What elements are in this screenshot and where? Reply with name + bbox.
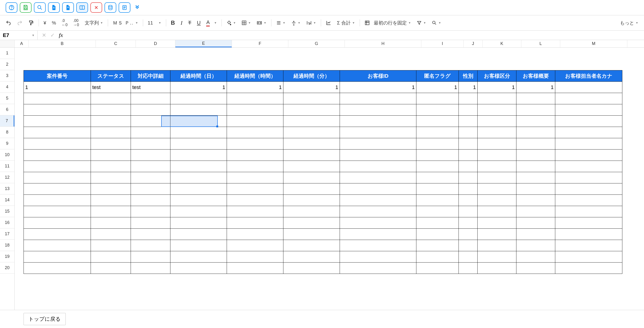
- table-cell[interactable]: [340, 116, 416, 127]
- table-cell[interactable]: 1: [416, 82, 459, 93]
- table-header[interactable]: お客様区分: [478, 70, 516, 82]
- table-cell[interactable]: [170, 206, 227, 217]
- row-header-10[interactable]: 10: [0, 149, 14, 160]
- table-cell[interactable]: [24, 251, 91, 262]
- borders-button[interactable]: ▼: [239, 18, 253, 27]
- table-cell[interactable]: [131, 116, 170, 127]
- redo-button[interactable]: [14, 18, 25, 27]
- table-cell[interactable]: [24, 116, 91, 127]
- row-header-7[interactable]: 7: [0, 116, 14, 127]
- table-cell[interactable]: [284, 184, 340, 195]
- table-cell[interactable]: [227, 251, 284, 262]
- table-cell[interactable]: [459, 240, 478, 251]
- table-cell[interactable]: [170, 262, 227, 274]
- table-header[interactable]: 性別: [459, 70, 478, 82]
- font-family-dropdown[interactable]: ＭＳ Ｐ... ▼: [110, 18, 140, 28]
- table-cell[interactable]: [478, 240, 516, 251]
- table-cell[interactable]: [24, 161, 91, 172]
- table-cell[interactable]: [170, 138, 227, 150]
- table-cell[interactable]: [91, 93, 131, 104]
- table-cell[interactable]: [227, 93, 284, 104]
- table-cell[interactable]: [555, 104, 622, 116]
- table-cell[interactable]: [516, 262, 555, 274]
- table-cell[interactable]: [340, 251, 416, 262]
- table-cell[interactable]: [340, 240, 416, 251]
- currency-yen-button[interactable]: ¥: [41, 18, 48, 27]
- table-cell[interactable]: [170, 127, 227, 138]
- database-button[interactable]: [104, 2, 116, 13]
- table-cell[interactable]: [340, 150, 416, 161]
- row-header-4[interactable]: 4: [0, 82, 14, 93]
- table-cell[interactable]: [478, 184, 516, 195]
- column-header-H[interactable]: H: [345, 40, 421, 47]
- table-cell[interactable]: [91, 150, 131, 161]
- column-header-E[interactable]: E: [175, 40, 232, 47]
- table-cell[interactable]: [478, 206, 516, 217]
- table-cell[interactable]: [284, 206, 340, 217]
- table-cell[interactable]: [340, 206, 416, 217]
- table-cell[interactable]: [227, 217, 284, 229]
- table-cell[interactable]: [555, 184, 622, 195]
- table-cell[interactable]: [91, 172, 131, 184]
- table-cell[interactable]: [459, 161, 478, 172]
- column-header-B[interactable]: B: [29, 40, 96, 47]
- table-cell[interactable]: 1: [478, 82, 516, 93]
- autosum-button[interactable]: Σ合計 ▼: [335, 18, 357, 28]
- save-button[interactable]: [20, 2, 32, 13]
- table-cell[interactable]: [24, 138, 91, 150]
- name-box[interactable]: E7 ▼: [0, 30, 38, 40]
- row-header-19[interactable]: 19: [0, 251, 14, 262]
- table-cell[interactable]: [516, 229, 555, 240]
- table-cell[interactable]: [24, 229, 91, 240]
- table-cell[interactable]: [131, 150, 170, 161]
- table-header[interactable]: 経過時間（日）: [170, 70, 227, 82]
- table-cell[interactable]: [91, 127, 131, 138]
- table-header[interactable]: お客様概要: [516, 70, 555, 82]
- underline-button[interactable]: U: [195, 18, 203, 27]
- row-header-1[interactable]: 1: [0, 48, 14, 59]
- table-cell[interactable]: [555, 217, 622, 229]
- table-cell[interactable]: [170, 229, 227, 240]
- table-cell[interactable]: [227, 229, 284, 240]
- table-cell[interactable]: [555, 161, 622, 172]
- table-cell[interactable]: 1: [516, 82, 555, 93]
- table-cell[interactable]: [131, 229, 170, 240]
- table-cell[interactable]: [478, 93, 516, 104]
- font-color-button[interactable]: A ▼: [204, 18, 219, 28]
- table-cell[interactable]: [91, 116, 131, 127]
- table-cell[interactable]: [555, 240, 622, 251]
- table-cell[interactable]: [459, 138, 478, 150]
- select-all-corner[interactable]: [0, 40, 14, 47]
- column-header-A[interactable]: A: [14, 40, 29, 47]
- table-cell[interactable]: 1: [170, 82, 227, 93]
- table-cell[interactable]: [284, 161, 340, 172]
- table-cell[interactable]: [340, 229, 416, 240]
- table-cell[interactable]: [91, 217, 131, 229]
- table-cell[interactable]: [284, 138, 340, 150]
- table-cell[interactable]: [131, 93, 170, 104]
- table-cell[interactable]: [24, 262, 91, 274]
- merge-cells-button[interactable]: ▼: [254, 18, 269, 27]
- table-cell[interactable]: [416, 93, 459, 104]
- table-cell[interactable]: [24, 172, 91, 184]
- table-cell[interactable]: [516, 127, 555, 138]
- table-cell[interactable]: [227, 195, 284, 206]
- table-cell[interactable]: [131, 206, 170, 217]
- table-cell[interactable]: [416, 229, 459, 240]
- table-cell[interactable]: [478, 104, 516, 116]
- text-wrap-button[interactable]: ▼: [304, 18, 318, 27]
- table-cell[interactable]: [170, 184, 227, 195]
- table-cell[interactable]: [459, 206, 478, 217]
- percent-button[interactable]: %: [50, 18, 58, 27]
- table-cell[interactable]: [284, 195, 340, 206]
- table-cell[interactable]: 1: [227, 82, 284, 93]
- row-header-12[interactable]: 12: [0, 172, 14, 183]
- table-cell[interactable]: [131, 104, 170, 116]
- table-cell[interactable]: [516, 172, 555, 184]
- table-cell[interactable]: [555, 93, 622, 104]
- table-cell[interactable]: [478, 127, 516, 138]
- import-file-button[interactable]: [48, 2, 60, 13]
- table-cell[interactable]: [340, 184, 416, 195]
- table-cell[interactable]: [284, 93, 340, 104]
- table-cell[interactable]: [516, 161, 555, 172]
